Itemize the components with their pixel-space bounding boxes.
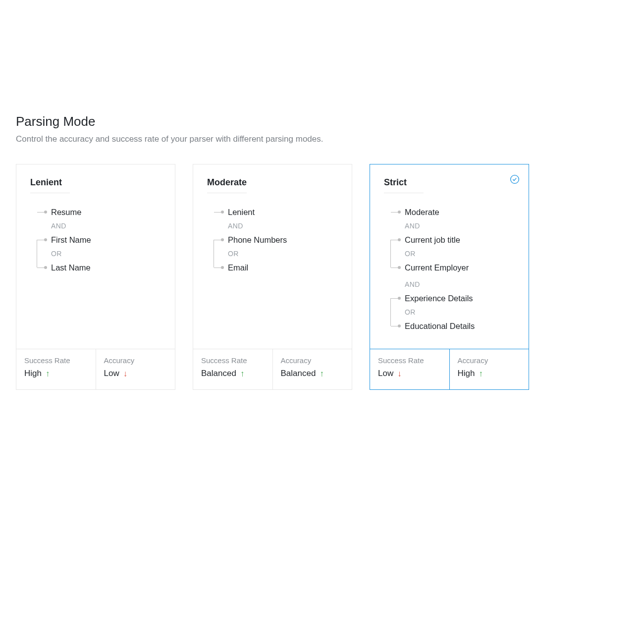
tree-connector-icon xyxy=(384,261,401,274)
metric-success-rate: Success Rate Balanced ↑ xyxy=(193,349,272,389)
tree-connector-icon xyxy=(384,233,401,247)
card-footer: Success Rate Balanced ↑ Accuracy Balance… xyxy=(193,349,352,389)
metric-label: Accuracy xyxy=(281,356,344,365)
tree-connector-icon xyxy=(30,219,47,233)
arrow-up-icon: ↑ xyxy=(46,370,50,378)
rule-operator: AND xyxy=(224,222,243,230)
tree-connector-icon xyxy=(384,219,401,233)
card-footer: Success Rate Low ↓ Accuracy High ↑ xyxy=(370,349,529,389)
rule-operator: OR xyxy=(47,250,62,258)
arrow-down-icon: ↓ xyxy=(397,370,402,378)
parsing-mode-card-strict[interactable]: Strict Moderate AND Current job title OR… xyxy=(370,164,529,390)
rule-operator: OR xyxy=(401,308,416,316)
tree-connector-icon xyxy=(207,261,224,274)
rule-operator: AND xyxy=(401,280,420,288)
tree-connector-icon xyxy=(207,205,224,219)
tree-connector-icon xyxy=(30,261,47,274)
rule-item: Current Employer xyxy=(401,263,469,272)
rule-item: Current job title xyxy=(401,235,460,245)
tree-connector-icon xyxy=(207,233,224,247)
tree-connector-icon xyxy=(207,247,224,261)
parsing-mode-card-moderate[interactable]: Moderate Lenient AND Phone Numbers OR Em… xyxy=(193,164,352,390)
tree-connector-icon xyxy=(30,233,47,247)
rule-operator: OR xyxy=(401,250,416,258)
rule-operator: AND xyxy=(47,222,66,230)
metric-success-rate: Success Rate High ↑ xyxy=(16,349,96,389)
metric-label: Accuracy xyxy=(104,356,167,365)
tree-connector-icon xyxy=(384,205,401,219)
arrow-down-icon: ↓ xyxy=(123,370,128,378)
tree-connector-icon xyxy=(30,205,47,219)
arrow-up-icon: ↑ xyxy=(479,370,483,378)
metric-value: Low xyxy=(104,369,119,378)
tree-connector-icon xyxy=(384,305,401,319)
metric-value: High xyxy=(24,369,42,378)
rule-item: First Name xyxy=(47,235,91,245)
parsing-mode-card-lenient[interactable]: Lenient Resume AND First Name OR Last Na… xyxy=(16,164,175,390)
parsing-mode-cards: Lenient Resume AND First Name OR Last Na… xyxy=(16,164,628,390)
rule-item: Resume xyxy=(47,208,81,217)
metric-accuracy: Accuracy Balanced ↑ xyxy=(272,349,352,389)
tree-connector-icon xyxy=(384,291,401,305)
tree-connector-icon xyxy=(30,247,47,261)
card-title: Lenient xyxy=(30,177,70,193)
card-title: Strict xyxy=(384,177,424,193)
metric-accuracy: Accuracy Low ↓ xyxy=(96,349,175,389)
card-footer: Success Rate High ↑ Accuracy Low ↓ xyxy=(16,349,175,389)
metric-value: Balanced xyxy=(201,369,236,378)
tree-connector-icon xyxy=(207,219,224,233)
metric-label: Success Rate xyxy=(378,356,441,365)
metric-value: Low xyxy=(378,369,393,378)
svg-point-0 xyxy=(511,175,519,184)
metric-label: Success Rate xyxy=(201,356,265,365)
rule-operator: AND xyxy=(401,222,420,230)
rule-item: Phone Numbers xyxy=(224,235,287,245)
arrow-up-icon: ↑ xyxy=(240,370,245,378)
page-title: Parsing Mode xyxy=(16,114,628,129)
tree-connector-icon xyxy=(384,247,401,261)
rule-item: Last Name xyxy=(47,263,91,272)
rule-item: Experience Details xyxy=(401,294,473,303)
metric-value: Balanced xyxy=(281,369,316,378)
rule-item: Moderate xyxy=(401,208,439,217)
metric-label: Accuracy xyxy=(458,356,521,365)
card-title: Moderate xyxy=(207,177,247,193)
metric-success-rate: Success Rate Low ↓ xyxy=(370,349,449,389)
arrow-up-icon: ↑ xyxy=(320,370,324,378)
rule-operator: OR xyxy=(224,250,239,258)
metric-value: High xyxy=(458,369,475,378)
check-circle-icon xyxy=(510,174,520,184)
rule-item: Email xyxy=(224,263,248,272)
metric-accuracy: Accuracy High ↑ xyxy=(449,349,529,389)
page-subtitle: Control the accuracy and success rate of… xyxy=(16,134,628,144)
rule-item: Lenient xyxy=(224,208,255,217)
tree-connector-icon xyxy=(384,277,401,291)
rule-item: Educational Details xyxy=(401,322,475,331)
metric-label: Success Rate xyxy=(24,356,88,365)
tree-connector-icon xyxy=(384,319,401,333)
